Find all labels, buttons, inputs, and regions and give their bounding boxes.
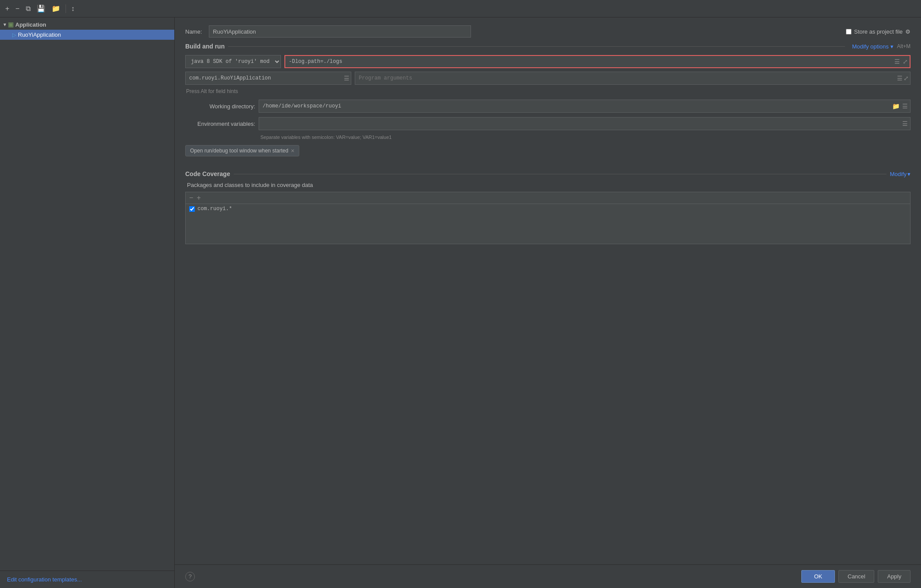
open-debug-tag-label: Open run/debug tool window when started bbox=[190, 148, 288, 154]
coverage-item-checkbox[interactable] bbox=[189, 206, 195, 212]
program-args-list-icon[interactable]: ☰ bbox=[897, 75, 903, 82]
working-dir-actions: 📁 ☰ bbox=[891, 103, 909, 110]
store-as-project-checkbox[interactable] bbox=[846, 29, 852, 35]
coverage-list-box: − + com.ruoyi.* bbox=[185, 192, 911, 244]
store-as-project-container: Store as project file ⚙ bbox=[846, 28, 911, 35]
env-variables-row: Environment variables: ☰ bbox=[185, 117, 911, 130]
sidebar-ruoyi-label: RuoYiApplication bbox=[18, 31, 61, 38]
working-dir-list-icon[interactable]: ☰ bbox=[901, 103, 909, 110]
coverage-description: Packages and classes to include in cover… bbox=[185, 182, 911, 188]
edit-templates-link[interactable]: Edit configuration templates... bbox=[7, 576, 82, 583]
config-name-input[interactable] bbox=[209, 25, 471, 38]
working-dir-folder-icon[interactable]: 📁 bbox=[891, 103, 900, 110]
vm-options-list-icon[interactable]: ☰ bbox=[893, 58, 901, 65]
copy-button[interactable]: ⧉ bbox=[24, 4, 32, 14]
vm-options-expand-icon[interactable]: ⤢ bbox=[902, 58, 909, 65]
main-class-input[interactable] bbox=[185, 72, 351, 85]
help-icon-label: ? bbox=[188, 573, 191, 580]
toolbar-separator bbox=[66, 4, 66, 13]
coverage-modify-label: Modify bbox=[890, 171, 907, 177]
env-help-text: Separate variables with semicolon: VAR=v… bbox=[185, 135, 911, 140]
apply-button[interactable]: Apply bbox=[878, 570, 911, 583]
right-panel: Name: Store as project file ⚙ Build and … bbox=[175, 17, 921, 588]
vm-options-input[interactable] bbox=[284, 55, 911, 68]
config-header: Name: Store as project file ⚙ bbox=[175, 17, 921, 43]
env-variables-label: Environment variables: bbox=[185, 121, 255, 127]
coverage-add-btn[interactable]: + bbox=[196, 194, 201, 202]
coverage-modify-button[interactable]: Modify ▾ bbox=[890, 171, 911, 177]
program-args-expand-icon[interactable]: ⤢ bbox=[904, 75, 909, 82]
open-debug-tag-close[interactable]: × bbox=[291, 147, 294, 154]
application-icon: ▣ bbox=[8, 21, 14, 28]
coverage-section: Code Coverage Modify ▾ Packages and clas… bbox=[175, 170, 921, 251]
main-class-wrap: ☰ bbox=[185, 72, 351, 85]
sidebar-item-application[interactable]: ▾ ▣ Application bbox=[0, 19, 174, 30]
main-class-list-icon[interactable]: ☰ bbox=[344, 75, 350, 82]
working-directory-row: Working directory: 📁 ☰ bbox=[185, 100, 911, 113]
env-variables-actions: ☰ bbox=[901, 120, 909, 127]
sidebar-tree: ▾ ▣ Application ▷ RuoYiApplication bbox=[0, 17, 174, 571]
modify-options-button[interactable]: Modify options ▾ Alt+M bbox=[852, 43, 911, 50]
add-button[interactable]: + bbox=[3, 4, 11, 14]
env-variables-wrap: ☰ bbox=[259, 117, 911, 130]
sidebar-application-label: Application bbox=[15, 21, 46, 28]
section-title-row: Build and run Modify options ▾ Alt+M bbox=[185, 43, 911, 50]
coverage-list-item: com.ruoyi.* bbox=[186, 204, 910, 214]
ok-button[interactable]: OK bbox=[801, 570, 835, 583]
run-config-icon: ▷ bbox=[12, 32, 16, 38]
vm-options-wrap: ☰ ⤢ bbox=[284, 55, 911, 68]
cancel-button[interactable]: Cancel bbox=[838, 570, 874, 583]
coverage-item-value: com.ruoyi.* bbox=[197, 206, 232, 212]
coverage-title: Code Coverage bbox=[185, 170, 230, 177]
coverage-chevron-icon: ▾ bbox=[907, 171, 911, 177]
build-run-row-2: ☰ ☰ ⤢ bbox=[185, 72, 911, 85]
chevron-down-icon: ▾ bbox=[890, 43, 893, 50]
env-variables-list-icon[interactable]: ☰ bbox=[901, 120, 909, 127]
sidebar-item-ruoyiapplication[interactable]: ▷ RuoYiApplication bbox=[0, 30, 174, 40]
sort-button[interactable]: ↕ bbox=[69, 4, 76, 14]
working-directory-input[interactable] bbox=[259, 100, 911, 113]
sdk-select[interactable]: java 8 SDK of 'ruoyi' mod bbox=[185, 55, 281, 68]
bottom-bar: ? OK Cancel Apply bbox=[175, 564, 921, 588]
working-directory-label: Working directory: bbox=[185, 103, 255, 110]
save-button[interactable]: 💾 bbox=[35, 3, 47, 14]
coverage-toolbar: − + bbox=[186, 192, 910, 204]
modify-options-label: Modify options bbox=[852, 43, 889, 50]
open-debug-tag: Open run/debug tool window when started … bbox=[185, 145, 299, 156]
field-hint: Press Alt for field hints bbox=[185, 88, 911, 94]
modify-options-shortcut: Alt+M bbox=[897, 43, 911, 49]
build-run-row-1: java 8 SDK of 'ruoyi' mod ☰ ⤢ bbox=[185, 55, 911, 68]
section-divider bbox=[228, 46, 845, 47]
toolbar: + − ⧉ 💾 📁 ↕ bbox=[0, 0, 921, 17]
build-run-section: Build and run Modify options ▾ Alt+M jav… bbox=[175, 43, 921, 170]
program-args-input[interactable] bbox=[355, 72, 911, 85]
sidebar-footer: Edit configuration templates... bbox=[0, 571, 174, 588]
settings-gear-icon[interactable]: ⚙ bbox=[905, 28, 911, 35]
working-directory-wrap: 📁 ☰ bbox=[259, 100, 911, 113]
remove-button[interactable]: − bbox=[14, 4, 21, 14]
tree-arrow-down: ▾ bbox=[3, 22, 6, 28]
tags-row: Open run/debug tool window when started … bbox=[185, 145, 911, 156]
main-content: ▾ ▣ Application ▷ RuoYiApplication Edit … bbox=[0, 17, 921, 588]
bottom-buttons: OK Cancel Apply bbox=[801, 570, 911, 583]
vm-options-action-btns: ☰ ⤢ bbox=[893, 58, 909, 65]
coverage-title-row: Code Coverage Modify ▾ bbox=[185, 170, 911, 177]
coverage-divider bbox=[234, 174, 886, 174]
coverage-remove-btn[interactable]: − bbox=[188, 194, 194, 202]
folder-button[interactable]: 📁 bbox=[50, 3, 62, 14]
program-args-wrap: ☰ ⤢ bbox=[355, 72, 911, 85]
store-as-project-label: Store as project file bbox=[854, 28, 903, 35]
name-label: Name: bbox=[185, 28, 202, 35]
sidebar: ▾ ▣ Application ▷ RuoYiApplication Edit … bbox=[0, 17, 175, 588]
right-panel-scroll: Name: Store as project file ⚙ Build and … bbox=[175, 17, 921, 564]
help-icon-button[interactable]: ? bbox=[185, 572, 195, 581]
env-variables-input[interactable] bbox=[259, 117, 911, 130]
build-run-title: Build and run bbox=[185, 43, 225, 50]
